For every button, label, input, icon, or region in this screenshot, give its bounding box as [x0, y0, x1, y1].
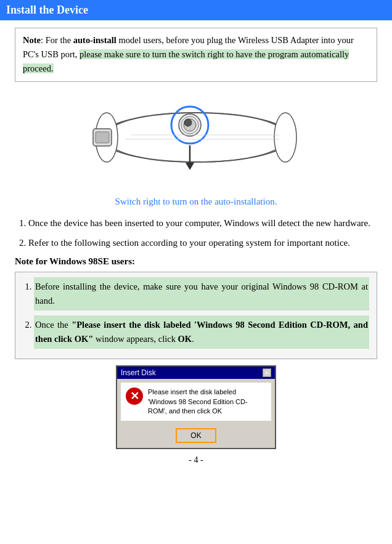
page-footer: - 4 - [15, 455, 377, 465]
page-title: Install the Device [6, 4, 88, 16]
note-box: Note: For the auto-install model users, … [15, 28, 377, 82]
page-header: Install the Device [0, 0, 392, 20]
note-text-before: : For the [41, 35, 73, 45]
svg-point-2 [274, 113, 296, 162]
main-step-1: Once the device has been inserted to you… [28, 216, 377, 230]
win98-step-1: Before installing the device, make sure … [34, 277, 369, 311]
dialog-close-button[interactable]: × [263, 368, 271, 377]
auto-install-label: auto-install [73, 35, 116, 45]
win98-step-2: Once the "Please insert the disk labeled… [34, 315, 369, 349]
page-number: - 4 - [189, 455, 203, 465]
svg-rect-4 [96, 132, 109, 143]
svg-marker-11 [186, 163, 194, 170]
win98-note-box: Before installing the device, make sure … [15, 272, 377, 360]
main-steps-list: Once the device has been inserted to you… [28, 216, 377, 250]
dialog-title-bar: Insert Disk × [117, 367, 275, 379]
dialog-error-icon: ✕ [126, 388, 143, 405]
insert-disk-dialog: Insert Disk × ✕ Please insert the disk l… [116, 365, 276, 449]
dialog-ok-button[interactable]: OK [176, 428, 216, 443]
dialog-title: Insert Disk [121, 368, 156, 377]
dialog-body: ✕ Please insert the disk labeled 'Window… [121, 383, 271, 421]
device-image-area [15, 93, 377, 194]
close-icon: × [265, 370, 269, 376]
dialog-message: Please insert the disk labeled 'Windows … [148, 388, 266, 416]
main-content: Note: For the auto-install model users, … [0, 20, 392, 475]
switch-caption: Switch right to turn on the auto-install… [15, 197, 377, 207]
win98-steps-list: Before installing the device, make sure … [34, 277, 369, 349]
note-label: Note [23, 35, 41, 45]
svg-point-8 [184, 119, 192, 126]
device-image [82, 93, 310, 192]
dialog-footer: OK [117, 424, 275, 448]
win98-section-title: Note for Windows 98SE users: [15, 256, 377, 267]
main-step-2: Refer to the following section according… [28, 235, 377, 250]
